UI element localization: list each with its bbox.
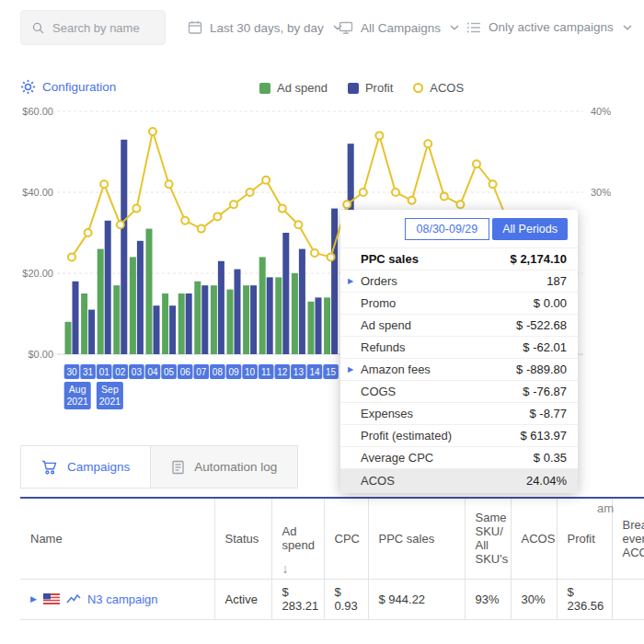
svg-text:10: 10	[245, 367, 256, 377]
sort-desc-icon[interactable]: ↓	[282, 561, 289, 576]
svg-text:30%: 30%	[591, 187, 611, 198]
all-periods-button[interactable]: All Periods	[492, 218, 568, 240]
gear-icon	[20, 79, 36, 95]
monitor-icon	[339, 20, 353, 35]
same-sku-cell: 93%	[465, 579, 511, 619]
svg-text:$0.00: $0.00	[28, 349, 53, 360]
svg-text:02: 02	[115, 367, 126, 377]
tab-automation-log-label: Automation log	[194, 460, 277, 474]
configuration-label: Configuration	[42, 80, 116, 94]
tooltip-row-promo: Promo$ 0.00	[340, 292, 578, 314]
line-chart-icon[interactable]	[66, 593, 81, 604]
tooltip-row-amazon-fees[interactable]: ▶Amazon fees$ -889.80	[340, 358, 578, 380]
svg-text:09: 09	[228, 367, 239, 377]
legend-label: ACOS	[430, 81, 464, 95]
cart-icon	[41, 460, 58, 475]
us-flag-icon	[43, 593, 60, 604]
svg-text:08: 08	[213, 367, 224, 377]
legend-label: Ad spend	[277, 81, 328, 95]
search-icon	[32, 21, 44, 35]
svg-text:12: 12	[277, 367, 288, 377]
svg-text:30: 30	[66, 367, 77, 377]
tooltip-row-ppc-sales: PPC sales$ 2,174.10	[340, 247, 578, 270]
tab-automation-log[interactable]: Automation log	[151, 445, 298, 489]
chart-legend: Ad spend Profit ACOS	[259, 81, 464, 95]
tooltip-row-profit-estimated: Profit (estimated)$ 613.97	[340, 424, 578, 446]
column-header-status[interactable]: Status	[214, 498, 271, 579]
chart-summary-popup: 08/30-09/29 All Periods PPC sales$ 2,174…	[340, 210, 578, 493]
expand-arrow-icon[interactable]: ▶	[348, 365, 361, 374]
column-header-cpc[interactable]: CPC	[324, 498, 368, 579]
obscured-text-fragment: am	[597, 501, 614, 515]
column-header-ad-spend[interactable]: Ad spend↓	[271, 498, 324, 579]
profit-swatch	[348, 83, 359, 94]
search-input[interactable]	[52, 21, 154, 35]
date-range-box[interactable]: 08/30-09/29	[405, 218, 490, 240]
svg-text:$40.00: $40.00	[22, 187, 53, 198]
tooltip-row-expenses: Expenses$ -8.77	[340, 402, 578, 424]
column-header-acos[interactable]: ACOS	[511, 498, 557, 579]
chevron-down-icon	[623, 25, 632, 30]
table-row: ▶ N3 campaign Active $ 283.21 $ 0.93 $ 9…	[20, 579, 644, 619]
expand-arrow-icon[interactable]: ▶	[348, 277, 361, 285]
campaign-name-link[interactable]: N3 campaign	[87, 592, 158, 606]
expand-arrow-icon[interactable]: ▶	[30, 594, 37, 604]
list-icon	[466, 21, 481, 34]
date-range-filter[interactable]: Last 30 days, by day	[188, 20, 342, 35]
chevron-down-icon	[450, 25, 459, 30]
legend-item-profit[interactable]: Profit	[348, 81, 393, 95]
svg-text:Sep: Sep	[101, 384, 119, 395]
svg-text:13: 13	[293, 367, 305, 377]
svg-text:31: 31	[83, 367, 94, 377]
svg-text:Aug: Aug	[69, 384, 86, 395]
svg-text:01: 01	[99, 367, 110, 377]
search-box[interactable]	[20, 10, 166, 45]
campaigns-table: Name Status Ad spend↓ CPC PPC sales Same…	[20, 497, 644, 620]
legend-item-acos[interactable]: ACOS	[413, 81, 464, 95]
svg-text:40%: 40%	[591, 106, 611, 117]
active-campaigns-filter[interactable]: Only active campaigns	[466, 20, 632, 34]
profit-cell: $ 236.56	[557, 579, 612, 619]
tooltip-row-ad-spend: Ad spend$ -522.68	[340, 314, 578, 336]
svg-text:05: 05	[164, 367, 175, 377]
tooltip-row-refunds: Refunds$ -62.01	[340, 336, 578, 358]
cpc-cell: $ 0.93	[324, 579, 368, 619]
svg-text:2021: 2021	[67, 396, 89, 407]
tooltip-row-orders[interactable]: ▶Orders187	[340, 270, 578, 292]
acos-marker	[413, 83, 423, 93]
svg-text:$20.00: $20.00	[22, 268, 53, 279]
ad-spend-swatch	[259, 83, 270, 94]
tooltip-row-cogs: COGS$ -76.87	[340, 380, 578, 402]
campaign-filter[interactable]: All Campaigns	[339, 20, 459, 35]
svg-text:15: 15	[326, 367, 337, 377]
svg-text:2021: 2021	[99, 396, 121, 407]
tooltip-row-acos: ACOS24.04%	[340, 468, 578, 493]
svg-text:11: 11	[261, 367, 271, 377]
svg-text:$60.00: $60.00	[22, 106, 53, 117]
calendar-icon	[188, 20, 202, 35]
column-header-same-sku[interactable]: Same SKU/ All SKU's	[465, 498, 511, 579]
ad-spend-cell: $ 283.21	[271, 579, 324, 619]
column-header-break-even-acos[interactable]: Break-even ACOS	[612, 498, 644, 579]
svg-text:03: 03	[132, 367, 143, 377]
tab-campaigns[interactable]: Campaigns	[20, 445, 151, 489]
tooltip-row-average-cpc: Average CPC$ 0.35	[340, 446, 578, 468]
legend-item-ad-spend[interactable]: Ad spend	[259, 81, 328, 95]
column-header-name[interactable]: Name	[20, 498, 214, 579]
svg-text:06: 06	[180, 367, 191, 377]
configuration-link[interactable]: Configuration	[20, 79, 116, 95]
campaign-filter-label: All Campaigns	[361, 21, 441, 35]
date-range-filter-label: Last 30 days, by day	[210, 21, 324, 35]
svg-text:07: 07	[196, 367, 207, 377]
tab-campaigns-label: Campaigns	[67, 460, 130, 474]
tab-bar: Campaigns Automation log	[20, 445, 298, 489]
clipboard-icon	[171, 460, 185, 475]
svg-text:14: 14	[309, 367, 320, 377]
active-campaigns-filter-label: Only active campaigns	[489, 20, 614, 34]
ppc-sales-cell: $ 944.22	[368, 579, 465, 619]
table-header-row: Name Status Ad spend↓ CPC PPC sales Same…	[20, 498, 644, 579]
column-header-ppc-sales[interactable]: PPC sales	[368, 498, 465, 579]
status-cell: Active	[214, 579, 271, 619]
acos-cell: 30%	[511, 579, 557, 619]
svg-text:04: 04	[147, 367, 158, 377]
